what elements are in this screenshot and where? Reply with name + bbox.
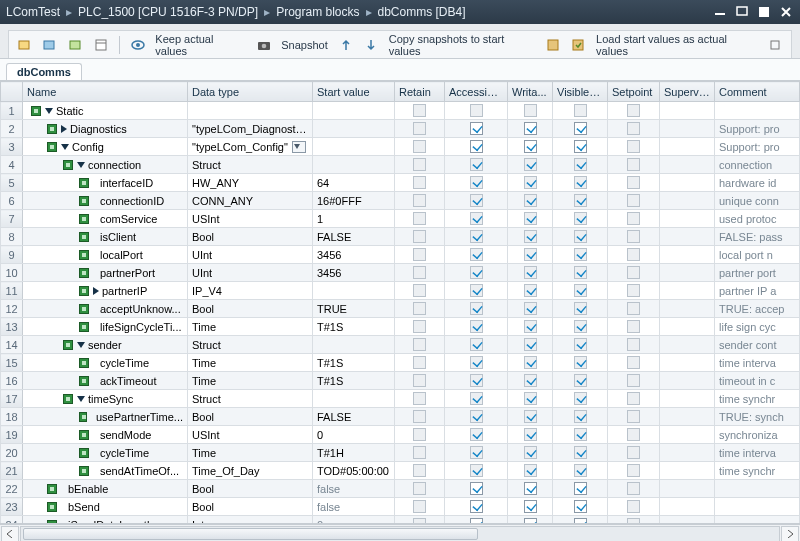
row-comment[interactable]: local port n [715,246,800,264]
toolbar-load-1-icon[interactable] [543,35,562,55]
table-row[interactable]: 15cycleTimeTimeT#1Stime interva [1,354,800,372]
checkbox[interactable] [574,464,587,477]
row-comment[interactable]: partner port [715,264,800,282]
toolbar-copy-down-icon[interactable] [361,35,380,55]
toolbar-btn-4[interactable] [91,35,110,55]
checkbox[interactable] [627,122,640,135]
data-grid[interactable]: Name Data type Start value Retain Access… [0,81,800,524]
expand-down-icon[interactable] [45,108,53,114]
checkbox[interactable] [627,302,640,315]
checkbox[interactable] [574,320,587,333]
table-row[interactable]: 21sendAtTimeOf...Time_Of_DayTOD#05:00:00… [1,462,800,480]
table-row[interactable]: 6connectionIDCONN_ANY16#0FFFunique conn [1,192,800,210]
checkbox[interactable] [470,212,483,225]
row-start[interactable] [313,120,395,138]
horizontal-scrollbar[interactable] [0,524,800,541]
row-start[interactable]: T#1S [313,372,395,390]
table-row[interactable]: 1Static [1,102,800,120]
tab-dbcomms[interactable]: dbComms [6,63,82,80]
table-row[interactable]: 8isClientBoolFALSEFALSE: pass [1,228,800,246]
col-rownum[interactable] [1,82,23,102]
checkbox[interactable] [524,464,537,477]
table-row[interactable]: 13lifeSignCycleTi...TimeT#1Slife sign cy… [1,318,800,336]
checkbox[interactable] [470,266,483,279]
checkbox[interactable] [413,374,426,387]
checkbox[interactable] [470,338,483,351]
checkbox[interactable] [413,122,426,135]
checkbox[interactable] [627,266,640,279]
row-comment[interactable]: unique conn [715,192,800,210]
checkbox[interactable] [470,194,483,207]
row-start[interactable] [313,102,395,120]
row-type[interactable]: Bool [188,498,313,516]
checkbox[interactable] [574,104,587,117]
checkbox[interactable] [470,356,483,369]
checkbox[interactable] [524,374,537,387]
row-comment[interactable]: TRUE: synch [715,408,800,426]
checkbox[interactable] [413,500,426,513]
row-comment[interactable]: time interva [715,354,800,372]
checkbox[interactable] [574,122,587,135]
checkbox[interactable] [574,266,587,279]
toolbar-btn-1[interactable] [15,35,34,55]
checkbox[interactable] [470,446,483,459]
row-comment[interactable]: TRUE: accep [715,300,800,318]
row-comment[interactable] [715,102,800,120]
checkbox[interactable] [627,248,640,261]
checkbox[interactable] [470,428,483,441]
restore-icon[interactable] [736,6,750,18]
checkbox[interactable] [627,158,640,171]
checkbox[interactable] [470,482,483,495]
breadcrumb-0[interactable]: LComTest [6,5,60,19]
checkbox[interactable] [524,284,537,297]
checkbox[interactable] [524,194,537,207]
checkbox[interactable] [574,230,587,243]
table-row[interactable]: 2Diagnostics"typeLCom_Diagnostics"Suppor… [1,120,800,138]
toolbar-btn-2[interactable] [40,35,59,55]
checkbox[interactable] [574,482,587,495]
row-type[interactable]: Bool [188,408,313,426]
checkbox[interactable] [470,464,483,477]
row-start[interactable]: 0 [313,516,395,525]
checkbox[interactable] [524,410,537,423]
checkbox[interactable] [524,230,537,243]
checkbox[interactable] [627,212,640,225]
checkbox[interactable] [470,104,483,117]
checkbox[interactable] [470,284,483,297]
checkbox[interactable] [413,356,426,369]
col-setpoint[interactable]: Setpoint [608,82,660,102]
checkbox[interactable] [524,338,537,351]
row-start[interactable]: 1 [313,210,395,228]
checkbox[interactable] [470,374,483,387]
row-type[interactable]: UInt [188,264,313,282]
checkbox[interactable] [413,104,426,117]
close-icon[interactable] [780,6,794,18]
checkbox[interactable] [627,284,640,297]
checkbox[interactable] [574,500,587,513]
row-start[interactable] [313,336,395,354]
checkbox[interactable] [413,284,426,297]
col-writable[interactable]: Writa... [508,82,553,102]
table-row[interactable]: 5interfaceIDHW_ANY64hardware id [1,174,800,192]
table-row[interactable]: 4connectionStructconnection [1,156,800,174]
col-name[interactable]: Name [23,82,188,102]
checkbox[interactable] [470,302,483,315]
row-comment[interactable]: synchroniza [715,426,800,444]
table-row[interactable]: 24iSendDataLengthInt0 [1,516,800,525]
checkbox[interactable] [524,392,537,405]
row-type[interactable]: Struct [188,336,313,354]
toolbar-trailing-icon[interactable] [765,35,784,55]
row-comment[interactable]: timeout in c [715,372,800,390]
row-start[interactable]: 3456 [313,246,395,264]
row-type[interactable]: "typeLCom_Config" [188,138,313,156]
row-comment[interactable]: partner IP a [715,282,800,300]
checkbox[interactable] [524,446,537,459]
checkbox[interactable] [627,500,640,513]
row-start[interactable] [313,156,395,174]
type-dropdown-icon[interactable] [292,141,306,153]
checkbox[interactable] [524,212,537,225]
checkbox[interactable] [524,158,537,171]
row-type[interactable]: Time [188,354,313,372]
checkbox[interactable] [574,176,587,189]
checkbox[interactable] [627,320,640,333]
